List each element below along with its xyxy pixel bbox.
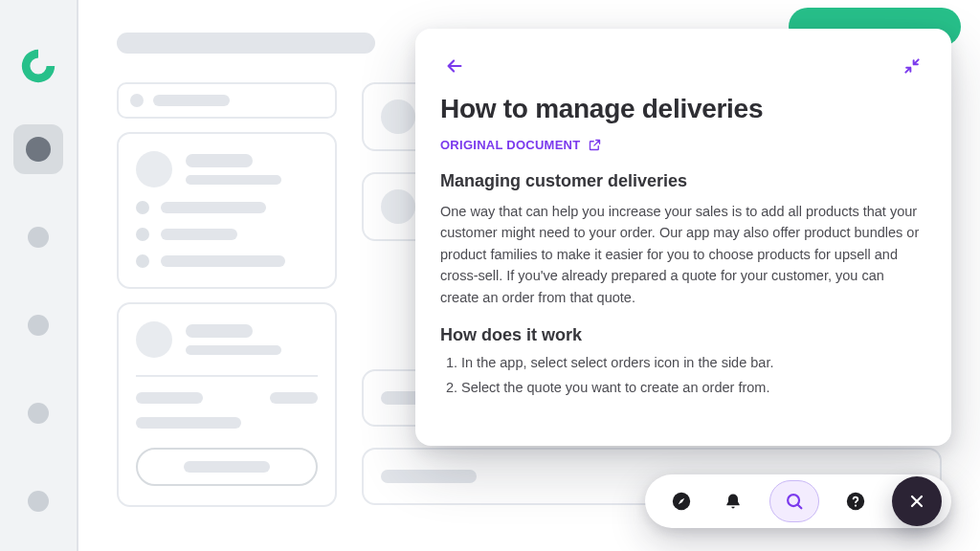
collapse-icon xyxy=(902,56,922,76)
article-title: How to manage deliveries xyxy=(440,94,926,124)
section-heading: How does it work xyxy=(440,325,926,345)
step-item: In the app, select select orders icon in… xyxy=(461,355,926,370)
rail-item-2[interactable] xyxy=(13,300,63,350)
external-link-icon xyxy=(588,138,602,152)
back-button[interactable] xyxy=(440,52,469,80)
search-button[interactable] xyxy=(769,480,819,522)
search-icon xyxy=(784,491,805,512)
app-logo xyxy=(18,46,58,86)
rail-item-4[interactable] xyxy=(13,476,63,526)
explore-button[interactable] xyxy=(666,486,697,517)
rail-item-0[interactable] xyxy=(13,124,63,174)
minimize-button[interactable] xyxy=(898,52,926,80)
assistant-toolbar xyxy=(645,474,951,528)
step-item: Select the quote you want to create an o… xyxy=(461,380,926,395)
article-panel: How to manage deliveries ORIGINAL DOCUME… xyxy=(415,29,951,446)
help-button[interactable] xyxy=(840,486,871,517)
section-body: One way that can help you increase your … xyxy=(440,201,926,308)
steps-list: In the app, select select orders icon in… xyxy=(440,355,926,405)
skeleton-action-button xyxy=(136,448,318,486)
close-button[interactable] xyxy=(892,476,942,526)
help-icon xyxy=(845,491,866,512)
close-icon xyxy=(907,492,926,511)
compass-icon xyxy=(671,491,692,512)
app-rail xyxy=(0,0,78,551)
original-document-label: ORIGINAL DOCUMENT xyxy=(440,138,580,152)
section-heading: Managing customer deliveries xyxy=(440,171,926,191)
svg-point-3 xyxy=(855,504,857,506)
notifications-button[interactable] xyxy=(718,486,748,517)
bell-icon xyxy=(724,491,743,512)
original-document-link[interactable]: ORIGINAL DOCUMENT xyxy=(440,138,926,152)
rail-item-1[interactable] xyxy=(13,212,63,262)
list-item xyxy=(117,302,337,507)
arrow-left-icon xyxy=(444,55,465,77)
list-item xyxy=(117,132,337,289)
rail-item-3[interactable] xyxy=(13,388,63,438)
